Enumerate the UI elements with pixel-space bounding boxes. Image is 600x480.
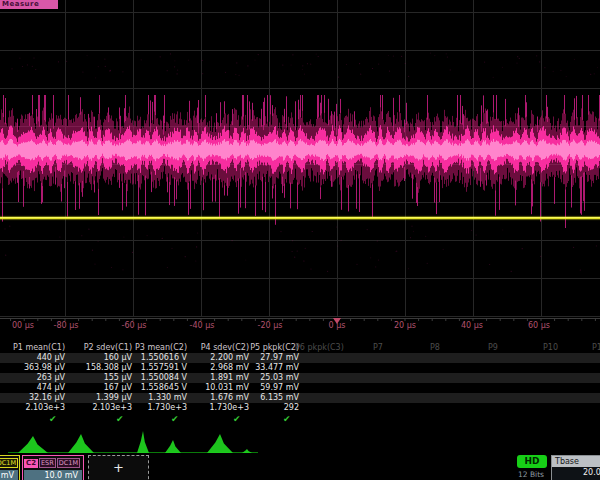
measure-status-check-icon: ✔ — [283, 413, 291, 425]
timebase-descriptor[interactable]: Tbase 20.0 µs — [551, 455, 600, 480]
c2-esr-badge: ESR — [39, 458, 56, 468]
measure-status-check-icon: ✔ — [171, 413, 179, 425]
measure-column-header[interactable]: P5 pkpk(C2) — [204, 343, 299, 353]
time-axis-label: -20 µs — [258, 321, 283, 330]
measure-value: 292 — [204, 403, 299, 413]
measure-status-check-icon: ✔ — [233, 413, 241, 425]
measure-histicons[interactable] — [8, 431, 258, 453]
add-trace-button[interactable]: + — [88, 455, 149, 480]
c2-coupling-badge: DC1M — [57, 458, 80, 468]
measure-value: 33.477 mV — [204, 363, 299, 373]
c2-channel-badge: C2 — [24, 459, 38, 468]
measure-value: 59.97 mV — [204, 383, 299, 393]
measure-table: P1 mean(C1)440 µV363.98 µV263 µV474 µV32… — [0, 343, 600, 433]
time-axis-label: 60 µs — [528, 321, 550, 330]
hd-mode-badge[interactable]: HD — [517, 455, 547, 468]
measure-value: 27.97 mV — [204, 353, 299, 363]
time-axis-label: -40 µs — [190, 321, 215, 330]
time-axis-label: 20 µs — [394, 321, 416, 330]
menu-fragment-highlight[interactable]: Measure — [0, 0, 58, 9]
trace-c2 — [1, 95, 600, 228]
measure-column-header-inactive[interactable]: P9 — [488, 343, 498, 353]
measure-column-header-inactive[interactable]: P7 — [373, 343, 383, 353]
c1-volts-per-div: 10.0 mV — [0, 470, 18, 480]
timebase-value: 20.0 µs — [552, 467, 600, 478]
oscilloscope-screen: Measure 00 µs-80 µs-60 µs-40 µs-20 µs0 µ… — [0, 0, 600, 480]
measure-column-header-inactive[interactable]: P6 pkpk(C3) — [295, 343, 344, 353]
measure-status-check-icon: ✔ — [116, 413, 124, 425]
measure-column-header-inactive[interactable]: P11 — [592, 343, 600, 353]
measure-status-check-icon: ✔ — [49, 413, 57, 425]
time-axis-label: -60 µs — [122, 321, 147, 330]
timebase-title: Tbase — [552, 456, 600, 467]
measure-value: 6.135 mV — [204, 393, 299, 403]
resolution-bits-label: 12 Bits — [518, 470, 544, 479]
time-axis-label: 0 µs — [329, 321, 346, 330]
time-axis-label: 40 µs — [461, 321, 483, 330]
measure-value: 25.03 mV — [204, 373, 299, 383]
time-axis-label: 00 µs — [12, 321, 34, 330]
measure-column-header-inactive[interactable]: P8 — [430, 343, 440, 353]
measure-column-header-inactive[interactable]: P10 — [543, 343, 558, 353]
time-axis-label: -80 µs — [54, 321, 79, 330]
channel-descriptor-c1[interactable]: DC1M 10.0 mV — [0, 455, 20, 480]
channel-descriptor-c2[interactable]: C2 ESR DC1M 10.0 mV — [22, 455, 84, 480]
c1-coupling-badge: DC1M — [0, 458, 18, 468]
c2-volts-per-div: 10.0 mV — [24, 470, 82, 480]
measure-column[interactable]: P5 pkpk(C2)27.97 mV33.477 mV25.03 mV59.9… — [204, 343, 299, 413]
